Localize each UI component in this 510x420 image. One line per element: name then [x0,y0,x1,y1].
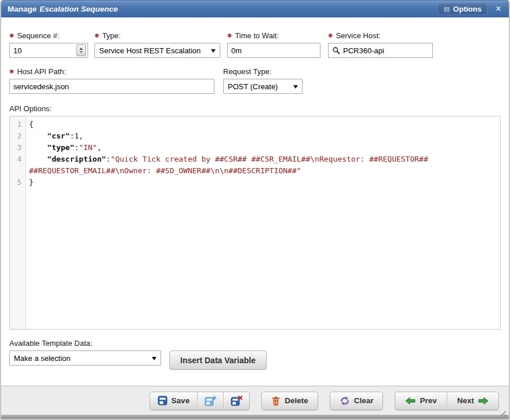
next-button[interactable]: Next [447,392,498,410]
line-number: 2 [10,130,26,142]
line-number: 1 [10,119,26,130]
code-token: "IN" [79,143,97,152]
title-emphasis: Escalation Sequence [39,5,118,13]
service-host-lookup [328,43,433,58]
save-icon [158,396,167,406]
save-and-new-icon [205,396,216,406]
clear-button[interactable]: Clear [330,392,383,410]
delete-button-label: Delete [285,396,308,405]
code-token [29,155,47,163]
spinner-up-icon[interactable] [79,48,83,50]
time-to-wait-field: ✱Time to Wait: [227,31,320,58]
code-token: } [29,178,34,187]
service-host-label: ✱Service Host: [328,31,433,41]
form-row-1: ✱Sequence #: ✱Type: Service Host REST Es… [9,31,501,58]
code-line: 2 "csr":1, [10,130,500,142]
prev-button[interactable]: Prev [395,392,446,410]
service-host-input[interactable] [343,46,429,55]
type-label: ✱Type: [94,31,220,41]
save-and-new-button[interactable] [197,392,223,410]
code-line: 1 { [10,119,500,130]
titlebar: ManageEscalation Sequence ▤ Options ✕ [0,0,510,17]
save-and-close-button[interactable] [223,392,249,410]
insert-data-variable-button[interactable]: Insert Data Variable [169,350,267,370]
required-marker-icon: ✱ [94,32,99,39]
chevron-down-icon [152,357,156,360]
next-button-label: Next [457,396,474,405]
code-token [29,132,47,140]
clear-button-group: Clear [330,392,384,410]
time-to-wait-input[interactable] [227,43,320,58]
resize-handle[interactable] [497,408,506,417]
prev-next-button-group: Prev Next [395,392,499,410]
type-select-value: Service Host REST Escalation [99,46,201,55]
window-bottom-edge [0,415,510,419]
code-token [29,143,47,152]
save-button-label: Save [172,396,190,405]
spinner-down-icon[interactable] [79,51,83,53]
code-token: { [29,120,34,129]
code-token: "description" [47,155,106,163]
code-token: , [97,143,101,152]
required-marker-icon: ✱ [328,32,333,39]
line-number: 5 [10,177,26,188]
host-api-path-field: ✱Host API Path: [9,67,214,94]
request-type-field: Request Type: POST (Create) [223,67,303,94]
code-line: 4 "description":"Quick Tick created by #… [10,154,500,177]
type-field: ✱Type: Service Host REST Escalation [94,31,220,58]
api-options-code-editor[interactable]: 1 { 2 "csr":1, 3 "type":"IN", 4 "descrip… [9,116,501,330]
arrow-left-icon [405,397,416,405]
close-icon[interactable]: ✕ [496,5,501,13]
delete-button[interactable]: Delete [262,392,318,410]
prev-button-label: Prev [420,396,436,405]
host-api-path-label: ✱Host API Path: [9,67,214,76]
code-token: : [74,143,79,152]
request-type-select-value: POST (Create) [228,82,278,91]
arrow-right-icon [478,397,489,405]
footer-toolbar: Save [1,386,509,415]
chevron-down-icon [293,85,298,89]
search-icon[interactable] [332,46,340,54]
sequence-input-wrap [9,43,88,58]
code-token: "type" [47,143,74,152]
options-button-label: Options [453,5,482,13]
chevron-down-icon [211,49,216,53]
sequence-spinner[interactable] [76,45,86,56]
code-line: 3 "type":"IN", [10,142,500,154]
required-marker-icon: ✱ [227,32,232,39]
sequence-label: ✱Sequence #: [9,31,88,41]
template-data-select[interactable]: Make a selection [9,350,161,366]
required-marker-icon: ✱ [9,68,14,75]
available-template-data-label: Available Template Data: [9,339,501,348]
dialog-body: ✱Sequence #: ✱Type: Service Host REST Es… [1,17,509,386]
line-number: 4 [10,154,26,177]
request-type-select[interactable]: POST (Create) [223,79,303,94]
host-api-path-input[interactable] [9,79,214,94]
code-line: 5 } [10,177,500,188]
refresh-icon [340,396,350,406]
line-number: 3 [10,142,26,154]
options-button[interactable]: ▤ Options [438,3,487,15]
request-type-label: Request Type: [223,67,303,76]
code-token: "csr" [47,132,70,140]
save-button[interactable]: Save [150,392,198,410]
api-options-label: API Options: [9,104,501,114]
delete-button-group: Delete [261,392,318,410]
save-and-close-icon [231,396,242,406]
sequence-field: ✱Sequence #: [9,31,88,58]
trash-icon [271,396,280,406]
required-marker-icon: ✱ [9,32,14,39]
type-select[interactable]: Service Host REST Escalation [94,43,220,58]
form-row-2: ✱Host API Path: Request Type: POST (Crea… [9,67,501,94]
code-token: : [106,155,111,163]
save-button-group: Save [150,392,250,410]
code-token: :1, [70,132,83,140]
page-title: ManageEscalation Sequence [8,5,118,13]
template-data-row: Make a selection Insert Data Variable [9,350,501,370]
options-list-icon: ▤ [443,5,449,13]
clear-button-label: Clear [354,396,374,405]
title-prefix: Manage [8,5,37,13]
service-host-field: ✱Service Host: [328,31,433,58]
time-to-wait-label: ✱Time to Wait: [227,31,320,41]
manage-escalation-sequence-dialog: ManageEscalation Sequence ▤ Options ✕ ✱S… [0,0,510,420]
